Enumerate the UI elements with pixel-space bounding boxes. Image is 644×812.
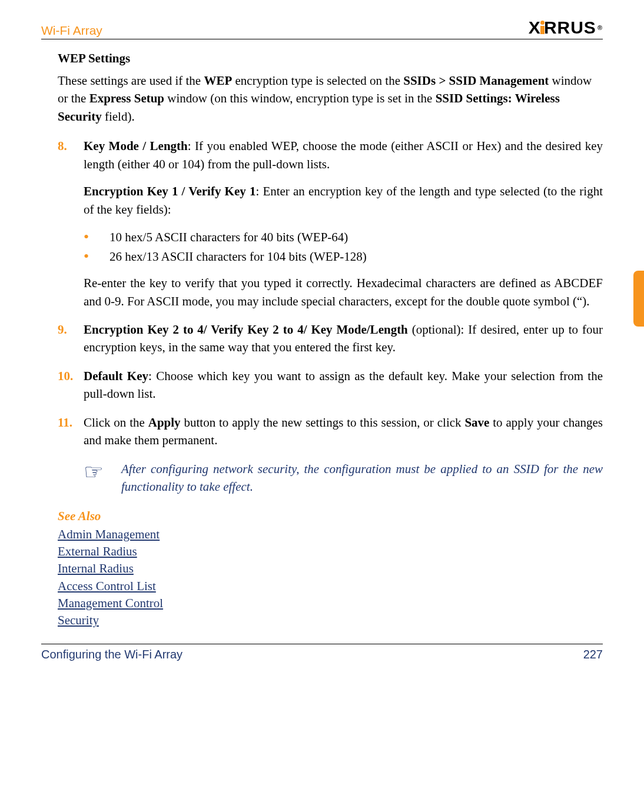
bold-text: WEP: [204, 74, 232, 88]
text: Re-enter the key to verify that you type…: [84, 274, 603, 310]
text: window (on this window, encryption type …: [164, 91, 436, 105]
header-title: Wi-Fi Array: [41, 24, 102, 38]
item-number: 9.: [58, 321, 84, 357]
text: These settings are used if the: [58, 74, 204, 88]
bullet-text: 26 hex/13 ASCII characters for 104 bits …: [109, 247, 367, 267]
footer-section-title: Configuring the Wi-Fi Array: [41, 648, 182, 661]
text: Click on the: [84, 415, 148, 430]
item-number: 11.: [58, 414, 84, 450]
section-heading: WEP Settings: [58, 51, 603, 66]
page-footer: Configuring the Wi-Fi Array 227: [41, 644, 603, 661]
bullet-icon: •: [84, 228, 109, 247]
list-item-9: 9. Encryption Key 2 to 4/ Verify Key 2 t…: [58, 321, 603, 357]
brand-logo-text: XRRUS®: [529, 18, 603, 38]
list-item-10: 10. Default Key: Choose which key you wa…: [58, 367, 603, 403]
bold-text: Default Key: [84, 369, 148, 383]
bold-text: Encryption Key 1 / Verify Key 1: [84, 184, 255, 198]
bold-text: Encryption Key 2 to 4/ Verify Key 2 to 4…: [84, 322, 408, 337]
bullet-item: • 26 hex/13 ASCII characters for 104 bit…: [84, 247, 603, 267]
bold-text: Key Mode / Length: [84, 139, 188, 153]
item-body: Encryption Key 2 to 4/ Verify Key 2 to 4…: [84, 321, 603, 357]
item-number: 8.: [58, 137, 84, 310]
see-also-section: See Also Admin Management External Radiu…: [58, 509, 603, 630]
brand-logo: XRRUS®: [529, 18, 603, 38]
see-also-link-access-control-list[interactable]: Access Control List: [58, 578, 603, 595]
see-also-link-internal-radius[interactable]: Internal Radius: [58, 560, 603, 577]
bold-text: Apply: [148, 415, 181, 430]
bullet-icon: •: [84, 247, 109, 267]
text: field).: [102, 109, 135, 124]
text: : Choose which key you want to assign as…: [84, 369, 603, 401]
see-also-link-admin-management[interactable]: Admin Management: [58, 526, 603, 543]
list-item-11: 11. Click on the Apply button to apply t…: [58, 414, 603, 450]
bold-text: Save: [464, 415, 489, 430]
item-body: Click on the Apply button to apply the n…: [84, 414, 603, 450]
text: encryption type is selected on the: [232, 74, 403, 88]
bold-text: SSIDs > SSID Management: [403, 74, 549, 88]
note-text: After configuring network security, the …: [121, 460, 603, 496]
see-also-link-external-radius[interactable]: External Radius: [58, 543, 603, 560]
see-also-heading: See Also: [58, 509, 603, 524]
content-body: WEP Settings These settings are used if …: [41, 51, 603, 630]
bullet-item: • 10 hex/5 ASCII characters for 40 bits …: [84, 228, 603, 247]
list-item-8: 8. Key Mode / Length: If you enabled WEP…: [58, 137, 603, 310]
bullet-text: 10 hex/5 ASCII characters for 40 bits (W…: [109, 228, 348, 247]
see-also-link-management-control[interactable]: Management Control: [58, 595, 603, 612]
text: button to apply the new settings to this…: [181, 415, 465, 430]
item-number: 10.: [58, 367, 84, 403]
bold-text: Express Setup: [89, 91, 164, 105]
item-body: Default Key: Choose which key you want t…: [84, 367, 603, 403]
note-callout: ☞ After configuring network security, th…: [84, 460, 603, 496]
item-body: Key Mode / Length: If you enabled WEP, c…: [84, 137, 603, 310]
footer-page-number: 227: [583, 648, 603, 661]
section-intro: These settings are used if the WEP encry…: [58, 72, 603, 125]
see-also-link-security[interactable]: Security: [58, 612, 603, 629]
page-header: Wi-Fi Array XRRUS®: [41, 18, 603, 39]
page-edge-tab: [633, 271, 644, 327]
note-hand-icon: ☞: [84, 459, 104, 485]
